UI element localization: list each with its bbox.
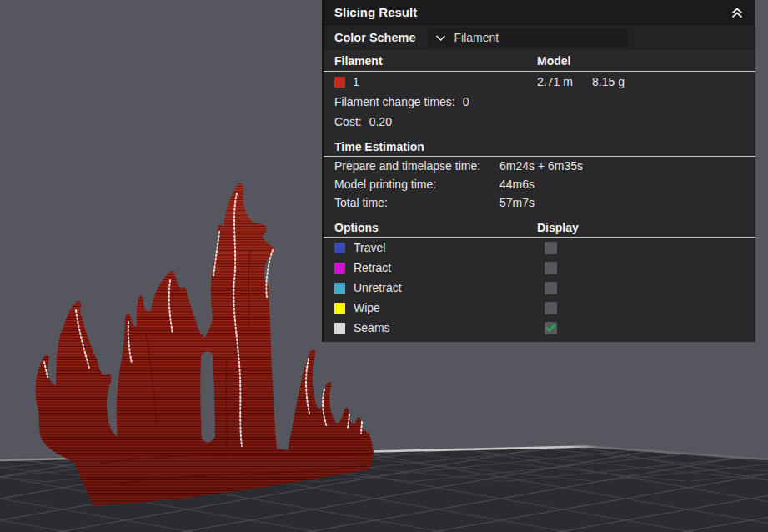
slicing-result-panel: Slicing Result Color Scheme Filament Fil… xyxy=(322,0,755,342)
filament-color-swatch xyxy=(334,77,345,88)
filament-change-times-label: Filament change times: xyxy=(334,95,455,108)
wipe-label: Wipe xyxy=(354,301,380,314)
options-table-header: Options Display xyxy=(324,218,755,238)
filament-length: 2.71 m xyxy=(537,75,573,88)
color-scheme-dropdown[interactable]: Filament xyxy=(428,28,628,48)
prepare-time-value: 6m24s + 6m35s xyxy=(499,159,583,173)
panel-title: Slicing Result xyxy=(334,5,417,19)
total-time-label: Total time: xyxy=(334,196,388,209)
retract-label: Retract xyxy=(354,261,391,274)
chevron-double-up-icon xyxy=(730,7,744,18)
travel-color-swatch xyxy=(334,243,345,253)
model-printing-time-row: Model printing time: 44m6s xyxy=(324,175,755,193)
options-column-label: Options xyxy=(334,221,379,234)
wipe-display-checkbox[interactable] xyxy=(545,302,557,314)
wipe-color-swatch xyxy=(334,303,345,314)
unretract-display-checkbox[interactable] xyxy=(545,282,557,294)
color-scheme-row: Color Scheme Filament xyxy=(324,25,755,50)
cost-row: Cost: 0.20 xyxy=(324,112,755,132)
color-scheme-label: Color Scheme xyxy=(334,31,416,44)
option-row-travel: Travel xyxy=(324,238,755,258)
model-column-label: Model xyxy=(537,54,570,68)
filament-change-times-value: 0 xyxy=(463,95,469,108)
retract-color-swatch xyxy=(334,263,345,274)
cost-label: Cost: xyxy=(334,115,362,128)
check-icon xyxy=(545,324,556,333)
color-scheme-selected: Filament xyxy=(454,31,499,44)
panel-header: Slicing Result xyxy=(324,0,755,25)
collapse-panel-button[interactable] xyxy=(729,4,745,21)
time-estimation-header: Time Estimation xyxy=(324,137,755,157)
travel-label: Travel xyxy=(354,241,385,254)
filament-row: 1 2.71 m 8.15 g xyxy=(324,72,755,92)
time-estimation-title: Time Estimation xyxy=(334,140,424,153)
unretract-label: Unretract xyxy=(354,281,402,294)
unretract-color-swatch xyxy=(334,283,345,294)
option-row-retract: Retract xyxy=(324,258,755,278)
option-row-unretract: Unretract xyxy=(324,278,755,298)
total-time-value: 57m7s xyxy=(499,196,535,209)
filament-weight: 8.15 g xyxy=(592,75,625,88)
filament-id: 1 xyxy=(353,75,359,88)
model-printing-time-value: 44m6s xyxy=(499,178,535,191)
option-row-wipe: Wipe xyxy=(324,298,755,318)
cost-value: 0.20 xyxy=(369,115,392,128)
total-time-row: Total time: 57m7s xyxy=(324,193,755,212)
model-printing-time-label: Model printing time: xyxy=(334,178,436,191)
seams-color-swatch xyxy=(334,323,345,334)
display-column-label: Display xyxy=(537,221,579,234)
filament-column-label: Filament xyxy=(334,54,383,68)
travel-display-checkbox[interactable] xyxy=(545,242,557,254)
filament-change-times-row: Filament change times: 0 xyxy=(324,92,755,112)
filament-table-header: Filament Model xyxy=(324,50,755,72)
seams-display-checkbox[interactable] xyxy=(545,322,557,334)
seams-label: Seams xyxy=(354,321,390,334)
chevron-down-icon xyxy=(435,34,446,42)
prepare-time-row: Prepare and timelapse time: 6m24s + 6m35… xyxy=(324,157,755,175)
prepare-time-label: Prepare and timelapse time: xyxy=(334,159,480,173)
retract-display-checkbox[interactable] xyxy=(545,262,557,274)
option-row-seams: Seams xyxy=(324,318,755,338)
